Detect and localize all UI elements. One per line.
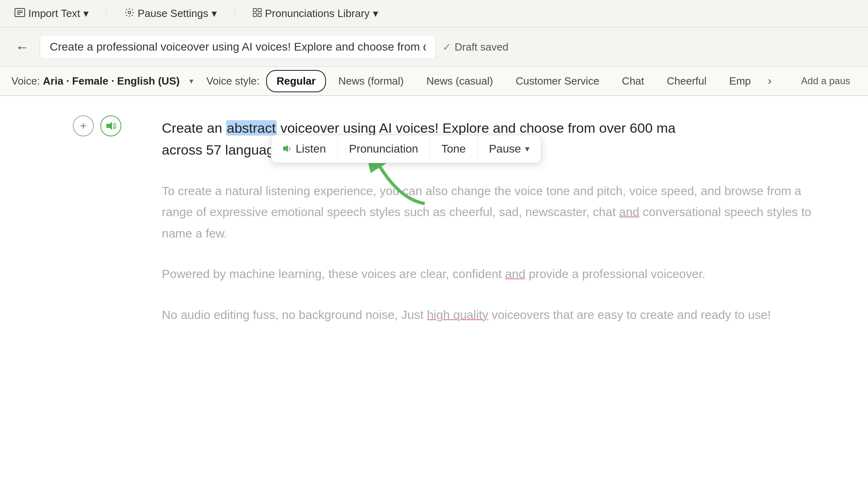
para1-after: voiceover using AI voices! Explore and c… [277,120,676,136]
pause-settings-button[interactable]: Pause Settings ▾ [120,4,222,23]
import-text-label: Import Text [28,7,80,20]
voice-dropdown-arrow[interactable]: ▾ [189,76,193,86]
import-text-button[interactable]: Import Text ▾ [10,4,93,23]
pause-chevron-icon: ▾ [525,144,529,154]
paragraph-controls: + [73,115,121,136]
style-tab-news-casual[interactable]: News (casual) [416,70,504,92]
listen-button[interactable]: Listen [271,135,338,163]
speaker-button[interactable] [100,115,121,136]
add-pause-button[interactable]: Add a paus [795,72,857,90]
settings-icon [125,8,134,20]
style-tab-chat[interactable]: Chat [612,70,655,92]
para4-high-quality-underline: high quality [427,308,488,321]
para1-highlight: abstract [226,120,277,136]
draft-saved-indicator: ✓ Draft saved [442,41,508,53]
import-text-chevron: ▾ [83,7,89,20]
toolbar-divider-1 [106,7,107,20]
voice-style-row: Voice: Aria · Female · English (US) ▾ Vo… [0,67,868,96]
voice-style-tabs: Regular News (formal) News (casual) Cust… [266,70,777,92]
tone-button[interactable]: Tone [430,135,478,163]
pause-label: Pause [489,142,521,155]
style-tab-news-formal[interactable]: News (formal) [328,70,414,92]
grid-icon [253,8,262,19]
pronunciation-button[interactable]: Pronunciation [338,135,430,163]
import-icon [15,8,25,19]
paragraph-4: No audio editing fuss, no background noi… [162,304,836,326]
voice-label: Voice: Aria · Female · English (US) [11,75,180,87]
pause-button[interactable]: Pause ▾ [478,135,541,163]
svg-rect-5 [253,8,256,12]
voice-style-label: Voice style: [206,75,260,87]
listen-speaker-icon [283,143,292,155]
listen-label: Listen [296,142,326,155]
para1-before: Create an [162,120,226,136]
pronunciations-library-button[interactable]: Pronunciations Library ▾ [248,4,383,23]
tone-label: Tone [441,142,466,155]
pause-settings-chevron: ▾ [212,7,217,20]
style-tab-emp[interactable]: Emp [719,70,761,92]
svg-marker-10 [283,145,288,152]
toolbar-divider-2 [235,7,235,20]
para3-and-underline: and [505,267,525,280]
style-tab-cheerful[interactable]: Cheerful [656,70,717,92]
svg-marker-9 [106,122,112,130]
pronunciations-library-chevron: ▾ [373,7,378,20]
pronunciation-label: Pronunciation [349,142,418,155]
search-row: ← ✓ Draft saved [0,28,868,67]
title-input[interactable] [40,35,436,59]
back-button[interactable]: ← [11,38,33,57]
floating-toolbar: Listen Pronunciation Tone Pause ▾ [271,135,541,163]
draft-saved-label: Draft saved [455,41,508,53]
svg-point-4 [128,11,131,14]
para2-and-underline: and [619,205,639,219]
top-toolbar: Import Text ▾ Pause Settings ▾ Pronuncia… [0,0,868,28]
pronunciations-library-label: Pronunciations Library [265,7,370,20]
style-tab-customer-service[interactable]: Customer Service [505,70,610,92]
main-content: + Create an abstract voiceover using AI … [0,96,868,480]
paragraph-1: + Create an abstract voiceover using AI … [162,115,836,161]
paragraph-2: To create a natural listening experience… [162,181,836,244]
svg-rect-8 [258,13,261,17]
pause-settings-label: Pause Settings [138,7,208,20]
voice-name: Aria · Female · English (US) [43,75,180,87]
add-paragraph-button[interactable]: + [73,115,94,136]
svg-rect-7 [253,13,256,17]
style-tab-regular[interactable]: Regular [266,70,326,92]
add-pause-label: Add a paus [801,75,850,86]
check-icon: ✓ [442,41,451,53]
svg-rect-6 [258,8,261,12]
style-tabs-chevron-right[interactable]: › [763,71,776,91]
paragraph-3: Powered by machine learning, these voice… [162,263,836,285]
